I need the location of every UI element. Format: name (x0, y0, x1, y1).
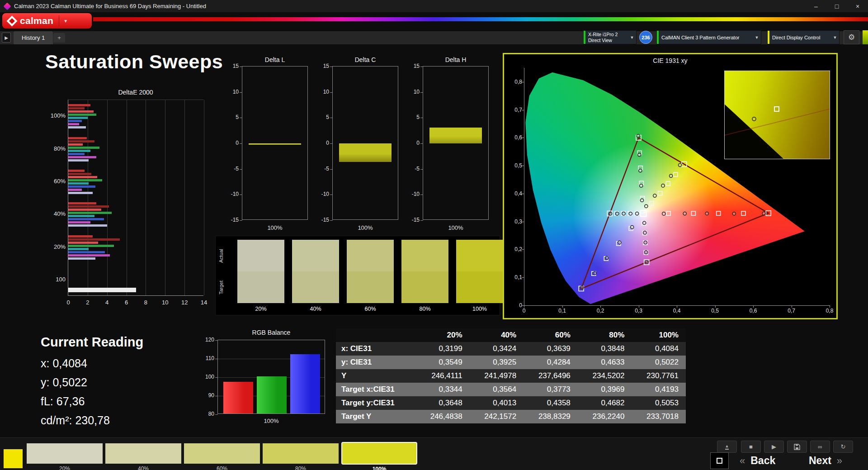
reading-x: x: 0,4084 (41, 357, 143, 370)
calman-logo-menu[interactable]: calman ▼ (2, 13, 92, 28)
tick (240, 92, 242, 93)
delta-l-chart: Delta L 151050-5-10-15 100% (225, 56, 315, 237)
table-cell: 0,4284 (524, 358, 578, 367)
tab-history-1[interactable]: History 1 (14, 31, 53, 44)
deltae-bar (68, 120, 82, 122)
deltae-bar (68, 159, 89, 161)
pattern-thumb[interactable] (184, 443, 260, 464)
red-measured-marker (705, 212, 708, 215)
blue-measured-marker (605, 256, 609, 259)
table-cell: 242,1572 (470, 412, 524, 421)
chevron-down-icon[interactable]: ▼ (753, 35, 761, 40)
close-icon[interactable]: × (847, 0, 868, 12)
window-title: Calman 2023 Calman Ultimate for Business… (14, 3, 206, 9)
next-button[interactable]: Next » (809, 452, 842, 469)
gear-icon[interactable]: ⚙ (844, 30, 859, 44)
rainbow-strip (93, 17, 868, 21)
green-measured-marker (640, 184, 643, 187)
x-axis-label: 0 (66, 299, 70, 306)
y-axis-label: 80% (46, 145, 66, 152)
deltae2000-title: DeltaE 2000 (68, 89, 203, 96)
table-cell: 0,4084 (632, 344, 686, 353)
y-axis-label: 0 (316, 140, 329, 146)
continuous-icon[interactable]: ∞ (810, 441, 830, 453)
table-cell: 0,3639 (524, 344, 578, 353)
display-control-dropdown[interactable]: Direct Display Control ▼ (767, 30, 840, 44)
target-row-label: Target (218, 274, 224, 301)
stop-icon[interactable]: ■ (741, 441, 761, 453)
tick (524, 305, 524, 308)
table-cell: 0,3549 (415, 358, 470, 367)
target-swatch (347, 271, 394, 303)
deltae-bar (68, 212, 112, 214)
header-cell: 80% (578, 331, 632, 340)
delta-c-chart: Delta C 151050-5-10-15 100% (315, 56, 406, 237)
panel-expand-icon[interactable]: ▶ (2, 33, 11, 43)
bottom-bar: 20%40%60%80%100% ▲ ■ ▶ ∞ ↻ « Back Next » (0, 437, 868, 470)
window-controls: – □ × (806, 0, 868, 12)
save-icon[interactable] (787, 441, 807, 453)
actual-swatch (292, 240, 339, 271)
pattern-thumb[interactable] (27, 443, 103, 464)
pattern-thumb[interactable] (341, 442, 417, 465)
blue-bar (290, 354, 320, 413)
deltae-bar (68, 153, 85, 155)
swatch-column: 60% (347, 240, 394, 312)
table-header-row: 20%40%60%80%100% (336, 328, 686, 342)
gridline (146, 100, 146, 295)
green-measured-marker (639, 169, 642, 172)
deltae-bar (68, 205, 109, 208)
minimize-icon[interactable]: – (806, 0, 826, 12)
deltae-bar (68, 245, 114, 247)
deltae-bar (68, 104, 90, 106)
pattern-window-icon[interactable] (710, 452, 729, 469)
calman-logo-icon (6, 15, 17, 26)
meter-count-badge[interactable]: 236 (639, 31, 652, 44)
tick (753, 305, 754, 308)
table-cell: 237,6496 (524, 371, 578, 380)
red-measured-marker (762, 212, 765, 215)
table-cell: 0,5022 (632, 358, 686, 367)
deltae-bar (68, 238, 120, 241)
tick (330, 92, 333, 93)
maximize-icon[interactable]: □ (826, 0, 847, 12)
x-axis-label: 0,7 (788, 308, 795, 314)
pattern-thumb[interactable] (105, 443, 181, 464)
y-axis-label: -5 (225, 166, 239, 172)
pattern-thumb-label: 20% (27, 465, 103, 470)
eject-icon[interactable]: ▲ (717, 441, 737, 453)
red-target-marker (666, 211, 670, 215)
header-cell: 100% (632, 331, 686, 340)
meter-dropdown[interactable]: X-Rite i1Pro 2 Direct View ▼ (583, 30, 637, 44)
y-axis-label: -15 (316, 217, 329, 223)
pattern-thumb[interactable] (263, 443, 339, 464)
chevron-down-icon[interactable]: ▼ (831, 35, 839, 40)
yellow-measured-marker (661, 184, 665, 187)
deltae-bar (68, 224, 107, 227)
row-label: Y (336, 371, 415, 380)
back-button[interactable]: « Back (740, 452, 775, 469)
chevron-down-icon[interactable]: ▼ (59, 19, 72, 24)
play-icon[interactable]: ▶ (764, 441, 784, 453)
y-axis-label: 80 (201, 411, 214, 417)
loop-icon[interactable]: ↻ (833, 441, 853, 453)
row-label: x: CIE31 (336, 344, 415, 353)
y-axis-label: 110 (201, 355, 214, 361)
gridline (184, 100, 185, 295)
tick (522, 249, 524, 250)
table-cell: 246,4838 (415, 412, 470, 421)
chevron-down-icon[interactable]: ▼ (628, 35, 636, 40)
table-cell: 0,3344 (415, 385, 470, 394)
header-cell: 20% (415, 331, 470, 340)
pattern-generator-dropdown[interactable]: CalMAN Client 3 Pattern Generator ▼ (656, 30, 761, 44)
target-swatch (292, 271, 339, 303)
current-reading-title: Current Reading (41, 335, 143, 350)
inset-measured-marker (752, 117, 756, 121)
tick (830, 305, 830, 308)
deltae-bar (68, 179, 102, 181)
target-swatch (237, 271, 284, 303)
meter-label: X-Rite i1Pro 2 Direct View (585, 32, 620, 43)
y-axis-label: 10 (225, 89, 239, 95)
x-axis-label: 10 (162, 299, 168, 306)
add-tab-button[interactable]: + (53, 33, 65, 43)
